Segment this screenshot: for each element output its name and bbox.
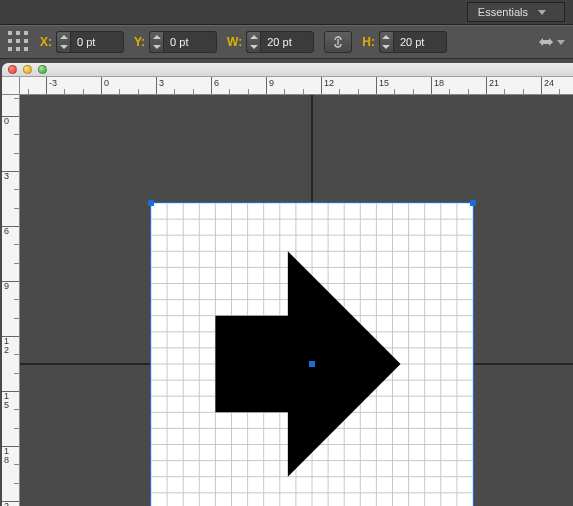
selection-handle[interactable] xyxy=(470,200,476,206)
ruler-tick: 15 xyxy=(2,391,20,392)
minimize-icon[interactable] xyxy=(23,65,32,74)
arrow-down-icon xyxy=(60,45,68,49)
more-options-button[interactable] xyxy=(537,31,565,53)
flip-icon xyxy=(537,35,555,49)
canvas[interactable] xyxy=(20,95,573,506)
arrow-up-icon xyxy=(60,35,68,39)
ruler-tick: 9 xyxy=(2,281,20,282)
control-bar: Essentials xyxy=(0,0,573,25)
constrain-proportions-button[interactable] xyxy=(324,31,352,53)
link-icon xyxy=(331,35,345,49)
ruler-tick: 3 xyxy=(2,171,20,172)
arrow-up-icon xyxy=(153,35,161,39)
ruler-tick: 6 xyxy=(211,77,212,95)
ruler-tick: -3 xyxy=(46,77,47,95)
ruler-tick: 6 xyxy=(2,226,20,227)
ruler-tick: 24 xyxy=(541,77,542,95)
h-label: H: xyxy=(362,35,375,49)
options-bar: X: Y: W: xyxy=(0,25,573,59)
arrow-down-icon xyxy=(382,45,390,49)
x-input[interactable] xyxy=(70,31,124,53)
arrow-up-icon xyxy=(382,35,390,39)
ruler-tick: 15 xyxy=(376,77,377,95)
ruler-origin[interactable] xyxy=(2,77,20,95)
chevron-down-icon xyxy=(557,40,565,45)
y-stepper[interactable] xyxy=(149,31,163,53)
x-label: X: xyxy=(40,35,52,49)
chevron-down-icon xyxy=(538,10,546,15)
ruler-horizontal[interactable]: -6-303691215182124 xyxy=(20,77,573,95)
ruler-tick: 0 xyxy=(101,77,102,95)
document-area: -6-303691215182124 -3036912151821 xyxy=(0,63,573,506)
ruler-tick: 12 xyxy=(2,336,20,337)
reference-point-grid[interactable] xyxy=(8,31,30,53)
artboard[interactable] xyxy=(151,203,473,506)
w-label: W: xyxy=(227,35,242,49)
selection-handle[interactable] xyxy=(148,200,154,206)
ruler-tick: 21 xyxy=(2,501,20,502)
arrow-shape[interactable] xyxy=(151,203,473,506)
arrow-down-icon xyxy=(153,45,161,49)
ruler-vertical[interactable]: -3036912151821 xyxy=(2,95,20,506)
workspace-label: Essentials xyxy=(478,6,528,18)
window-titlebar[interactable] xyxy=(2,63,573,77)
arrow-down-icon xyxy=(250,45,258,49)
h-input[interactable] xyxy=(393,31,447,53)
arrow-up-icon xyxy=(250,35,258,39)
ruler-tick: 18 xyxy=(2,446,20,447)
workspace-switcher[interactable]: Essentials xyxy=(467,2,565,22)
w-stepper[interactable] xyxy=(246,31,260,53)
h-stepper[interactable] xyxy=(379,31,393,53)
ruler-tick: 18 xyxy=(431,77,432,95)
w-input[interactable] xyxy=(260,31,314,53)
document-window: -6-303691215182124 -3036912151821 xyxy=(2,63,573,506)
ruler-tick: 0 xyxy=(2,116,20,117)
y-label: Y: xyxy=(134,35,145,49)
ruler-tick: 21 xyxy=(486,77,487,95)
ruler-tick: 12 xyxy=(321,77,322,95)
y-input[interactable] xyxy=(163,31,217,53)
selection-center[interactable] xyxy=(309,361,315,367)
x-stepper[interactable] xyxy=(56,31,70,53)
close-icon[interactable] xyxy=(8,65,17,74)
ruler-tick: 3 xyxy=(156,77,157,95)
ruler-tick: 9 xyxy=(266,77,267,95)
svg-marker-44 xyxy=(215,251,400,476)
zoom-icon[interactable] xyxy=(38,65,47,74)
